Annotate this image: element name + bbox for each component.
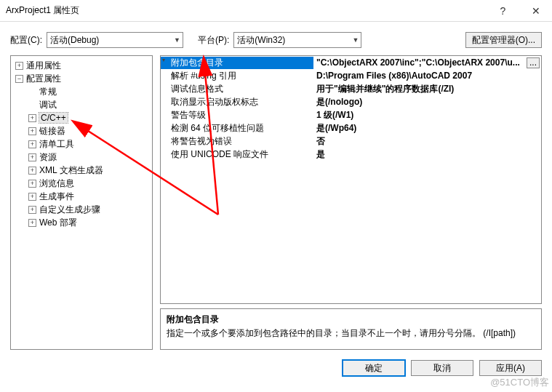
toolbar: 配置(C): 活动(Debug) ▼ 平台(P): 活动(Win32) ▼ 配置…: [0, 22, 552, 55]
description-body: 指定一个或多个要添加到包含路径中的目录；当目录不止一个时，请用分号分隔。 (/I…: [167, 327, 535, 340]
browse-button[interactable]: ...: [527, 57, 540, 68]
config-value: 活动(Debug): [50, 34, 99, 47]
expand-icon[interactable]: +: [28, 206, 36, 214]
expand-icon[interactable]: +: [15, 62, 23, 70]
tree-item[interactable]: +XML 文档生成器: [11, 164, 152, 177]
property-name: 将警告视为错误: [161, 135, 313, 148]
tree-item-label: 通用属性: [26, 60, 61, 72]
tree-item[interactable]: −配置属性: [11, 72, 152, 85]
tree-item[interactable]: +资源: [11, 151, 152, 164]
property-name: 警告等级: [161, 109, 313, 121]
main-area: +通用属性−配置属性常规调试+C/C+++链接器+清单工具+资源+XML 文档生…: [0, 55, 552, 350]
tree-item[interactable]: +自定义生成步骤: [11, 203, 152, 216]
property-name: 解析 #using 引用: [161, 70, 313, 82]
tree-item-label: 生成事件: [39, 191, 74, 203]
window-title: ArxProject1 属性页: [6, 4, 487, 17]
expand-icon[interactable]: +: [28, 140, 36, 148]
watermark: @51CTO博客: [490, 376, 549, 389]
cancel-button[interactable]: 取消: [411, 360, 473, 376]
tree-indent: [28, 88, 36, 96]
titlebar: ArxProject1 属性页 ? ✕: [0, 0, 552, 22]
tree-item[interactable]: +清单工具: [11, 137, 152, 151]
platform-combo[interactable]: 活动(Win32) ▼: [233, 32, 361, 48]
expand-icon[interactable]: +: [28, 193, 36, 201]
tree-item[interactable]: +链接器: [11, 124, 152, 137]
chevron-down-icon: ▼: [352, 36, 359, 44]
property-value[interactable]: 用于"编辑并继续"的程序数据库(/ZI): [313, 83, 541, 95]
property-row[interactable]: 调试信息格式用于"编辑并继续"的程序数据库(/ZI): [161, 82, 541, 95]
property-row[interactable]: 使用 UNICODE 响应文件是: [161, 148, 541, 161]
help-button[interactable]: ?: [487, 0, 519, 21]
property-name: 检测 64 位可移植性问题: [161, 122, 313, 135]
platform-label: 平台(P):: [198, 34, 229, 47]
tree-item-label: 链接器: [39, 125, 65, 137]
tree-item-label: C/C++: [39, 113, 68, 123]
expand-icon[interactable]: +: [28, 180, 36, 188]
expand-icon[interactable]: +: [28, 219, 36, 227]
tree-item-label: 调试: [39, 99, 57, 111]
chevron-down-icon: ▾: [162, 57, 165, 63]
property-value[interactable]: 是(/Wp64): [313, 122, 541, 135]
property-name: 调试信息格式: [161, 83, 313, 95]
tree-item[interactable]: 调试: [11, 98, 152, 111]
property-value[interactable]: 是: [313, 148, 541, 161]
property-value[interactable]: 否: [313, 135, 541, 148]
tree-item[interactable]: +通用属性: [11, 59, 152, 72]
tree-item[interactable]: +浏览信息: [11, 177, 152, 190]
property-row[interactable]: 警告等级1 级(/W1): [161, 108, 541, 121]
expand-icon[interactable]: +: [28, 127, 36, 135]
tree-item-label: 浏览信息: [39, 177, 74, 190]
tree-item[interactable]: +生成事件: [11, 190, 152, 203]
property-name: 附加包含目录▾: [161, 57, 313, 69]
config-combo[interactable]: 活动(Debug) ▼: [47, 32, 183, 48]
property-row[interactable]: 取消显示启动版权标志是(/nologo): [161, 95, 541, 108]
property-row[interactable]: 检测 64 位可移植性问题是(/Wp64): [161, 121, 541, 135]
tree-item-label: XML 文档生成器: [39, 164, 103, 177]
property-value[interactable]: "C:\ObjectARX 2007\inc";"C:\ObjectARX 20…: [313, 57, 541, 68]
property-value[interactable]: 是(/nologo): [313, 96, 541, 108]
property-row[interactable]: 解析 #using 引用D:\Program Files (x86)\AutoC…: [161, 69, 541, 82]
tree-item[interactable]: +C/C++: [11, 111, 152, 124]
chevron-down-icon: ▼: [174, 36, 180, 44]
footer: 确定 取消 应用(A): [0, 350, 552, 376]
tree-item-label: Web 部署: [39, 217, 77, 229]
tree-item[interactable]: +Web 部署: [11, 216, 152, 229]
tree-item-label: 资源: [39, 151, 57, 164]
property-name: 使用 UNICODE 响应文件: [161, 148, 313, 161]
expand-icon[interactable]: +: [28, 153, 36, 161]
expand-icon[interactable]: +: [28, 114, 36, 122]
config-manager-button[interactable]: 配置管理器(O)...: [465, 32, 542, 48]
property-row[interactable]: 将警告视为错误否: [161, 135, 541, 148]
config-label: 配置(C):: [10, 34, 42, 47]
platform-value: 活动(Win32): [237, 34, 285, 47]
tree-item[interactable]: 常规: [11, 85, 152, 98]
description-panel: 附加包含目录 指定一个或多个要添加到包含路径中的目录；当目录不止一个时，请用分号…: [160, 308, 542, 350]
property-grid[interactable]: 附加包含目录▾"C:\ObjectARX 2007\inc";"C:\Objec…: [160, 55, 542, 304]
property-value[interactable]: D:\Program Files (x86)\AutoCAD 2007: [313, 71, 541, 81]
ok-button[interactable]: 确定: [343, 360, 405, 376]
tree-item-label: 自定义生成步骤: [39, 204, 100, 216]
category-tree[interactable]: +通用属性−配置属性常规调试+C/C+++链接器+清单工具+资源+XML 文档生…: [10, 55, 153, 350]
property-name: 取消显示启动版权标志: [161, 96, 313, 108]
expand-icon[interactable]: +: [28, 167, 36, 175]
tree-item-label: 配置属性: [26, 73, 61, 85]
property-row[interactable]: 附加包含目录▾"C:\ObjectARX 2007\inc";"C:\Objec…: [161, 56, 541, 69]
property-value[interactable]: 1 级(/W1): [313, 109, 541, 121]
tree-item-label: 清单工具: [39, 138, 74, 151]
tree-indent: [28, 101, 36, 109]
collapse-icon[interactable]: −: [15, 75, 23, 83]
tree-item-label: 常规: [39, 86, 57, 98]
description-title: 附加包含目录: [167, 313, 535, 326]
apply-button[interactable]: 应用(A): [479, 360, 542, 376]
close-button[interactable]: ✕: [519, 0, 552, 21]
